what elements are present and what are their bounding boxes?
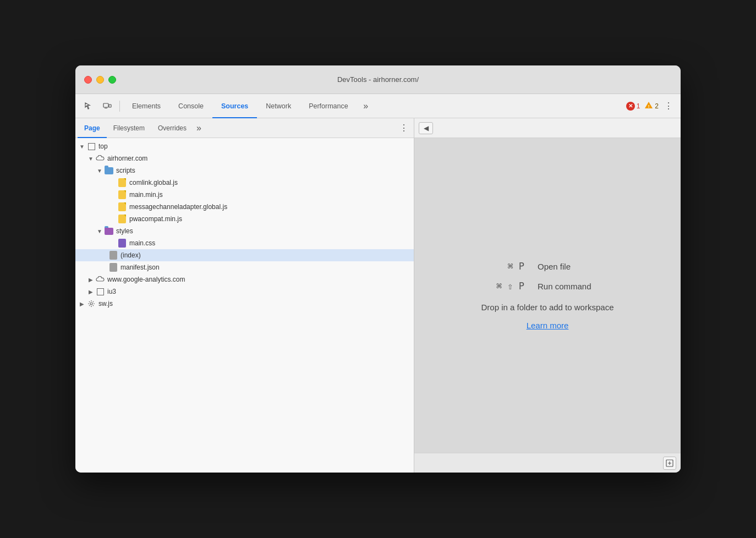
main-content: Page Filesystem Overrides » ⋮ ▼ — [75, 118, 681, 473]
main-toolbar: Elements Console Sources Network Perform… — [75, 94, 681, 118]
shortcut-open-file: ⌘ P Open file — [480, 261, 615, 272]
generic-file-manifest-icon — [108, 262, 118, 272]
titlebar: DevTools - airhorner.com/ — [75, 65, 681, 94]
arrow-airhorner: ▼ — [86, 156, 95, 162]
tab-overrides[interactable]: Overrides — [151, 118, 193, 138]
shortcut-run-command: ⌘ ⇧ P Run command — [480, 281, 615, 292]
more-panel-tabs-button[interactable]: » — [193, 123, 205, 133]
maximize-button[interactable] — [108, 76, 116, 84]
settings-more-button[interactable]: ⋮ — [661, 98, 676, 114]
square-iu3-icon — [95, 287, 105, 297]
js-file-pwa-icon — [117, 214, 127, 224]
tab-page[interactable]: Page — [78, 118, 107, 138]
tab-bar: Elements Console Sources Network Perform… — [123, 94, 625, 118]
window-title: DevTools - airhorner.com/ — [337, 75, 419, 84]
toolbar-right: ✕ 1 ! 2 ⋮ — [626, 98, 676, 114]
tree-item-messagechannel[interactable]: messagechanneladapter.global.js — [75, 201, 414, 213]
left-panel: Page Filesystem Overrides » ⋮ ▼ — [75, 118, 414, 473]
tree-item-index[interactable]: (index) — [75, 249, 414, 261]
tree-item-iu3[interactable]: ▶ iu3 — [75, 286, 414, 298]
svg-point-5 — [90, 303, 92, 305]
svg-rect-1 — [109, 105, 111, 107]
tree-item-styles[interactable]: ▼ styles — [75, 225, 414, 237]
device-toolbar-button[interactable] — [98, 97, 116, 115]
css-file-icon — [117, 238, 127, 248]
svg-text:!: ! — [648, 103, 650, 108]
gear-swjs-icon — [86, 299, 96, 309]
square-icon — [86, 141, 96, 151]
back-button[interactable]: ◀ — [419, 122, 433, 134]
close-button[interactable] — [84, 76, 92, 84]
tree-item-main-css[interactable]: main.css — [75, 237, 414, 249]
drop-workspace-text: Drop in a folder to add to workspace — [481, 303, 614, 312]
cloud-airhorner-icon — [95, 153, 105, 163]
tree-item-pwacompat[interactable]: pwacompat.min.js — [75, 213, 414, 225]
arrow-styles: ▼ — [95, 228, 104, 234]
js-file-main-icon — [117, 190, 127, 200]
inspect-element-button[interactable] — [80, 97, 97, 115]
folder-styles-icon — [104, 226, 114, 236]
tree-item-airhorner[interactable]: ▼ airhorner.com — [75, 152, 414, 164]
traffic-lights — [84, 76, 116, 84]
tab-elements[interactable]: Elements — [123, 94, 169, 118]
tab-network[interactable]: Network — [257, 94, 300, 118]
tree-item-analytics[interactable]: ▶ www.google-analytics.com — [75, 273, 414, 286]
tree-item-top[interactable]: ▼ top — [75, 140, 414, 152]
arrow-iu3: ▶ — [86, 289, 95, 295]
cloud-analytics-icon — [95, 275, 105, 284]
error-badge[interactable]: ✕ 1 — [626, 102, 640, 111]
expand-panel-button[interactable] — [663, 457, 676, 470]
right-panel: ◀ ⌘ P Open file ⌘ ⇧ P Run command Drop i… — [414, 118, 681, 473]
js-file-comlink-icon — [117, 178, 127, 188]
more-tabs-button[interactable]: » — [357, 97, 375, 115]
warning-badge[interactable]: ! 2 — [644, 101, 659, 111]
arrow-swjs: ▶ — [78, 301, 86, 307]
tree-item-comlink[interactable]: comlink.global.js — [75, 177, 414, 189]
panel-tabs: Page Filesystem Overrides » ⋮ — [75, 118, 414, 138]
panel-tab-actions: ⋮ — [396, 120, 412, 136]
learn-more-link[interactable]: Learn more — [527, 321, 569, 330]
right-panel-toolbar: ◀ — [414, 118, 681, 138]
file-tree: ▼ top ▼ airhorner.com — [75, 138, 414, 473]
arrow-analytics: ▶ — [86, 277, 95, 283]
tab-sources[interactable]: Sources — [212, 94, 257, 118]
generic-file-index-icon — [108, 250, 118, 260]
tree-item-swjs[interactable]: ▶ sw.js — [75, 298, 414, 310]
tab-console[interactable]: Console — [169, 94, 212, 118]
right-panel-bottom — [414, 453, 681, 473]
arrow-top: ▼ — [78, 144, 86, 150]
right-panel-content: ⌘ P Open file ⌘ ⇧ P Run command Drop in … — [414, 138, 681, 453]
js-file-msg-icon — [117, 202, 127, 212]
folder-scripts-icon — [104, 166, 114, 175]
tree-item-main-min[interactable]: main.min.js — [75, 189, 414, 201]
tab-filesystem[interactable]: Filesystem — [107, 118, 151, 138]
warning-icon: ! — [644, 101, 653, 111]
tab-performance[interactable]: Performance — [300, 94, 357, 118]
error-icon: ✕ — [626, 102, 635, 111]
devtools-window: DevTools - airhorner.com/ Elements Conso… — [75, 65, 681, 473]
svg-rect-0 — [103, 103, 108, 107]
arrow-scripts: ▼ — [95, 168, 104, 174]
minimize-button[interactable] — [96, 76, 104, 84]
toolbar-divider — [119, 101, 120, 112]
panel-more-button[interactable]: ⋮ — [396, 120, 412, 136]
tree-item-manifest[interactable]: manifest.json — [75, 261, 414, 273]
tree-item-scripts[interactable]: ▼ scripts — [75, 164, 414, 177]
